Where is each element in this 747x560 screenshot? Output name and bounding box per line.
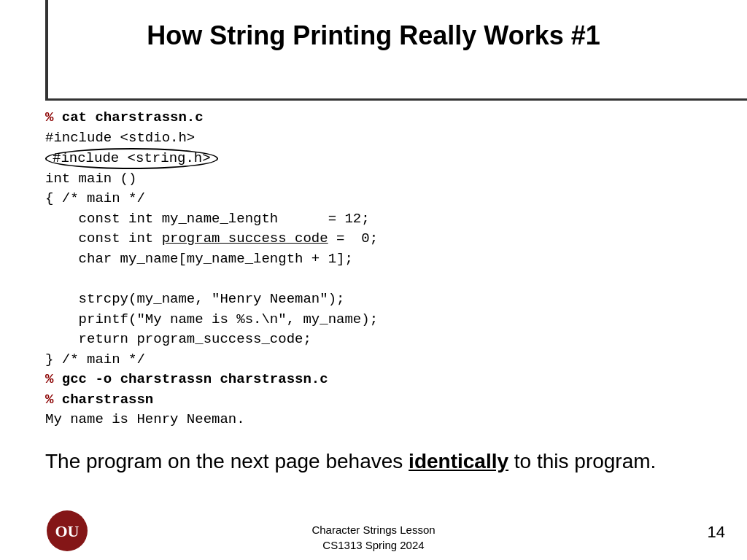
footer-lesson-line2: CS1313 Spring 2024 — [311, 537, 435, 553]
footer-page-number: 14 — [708, 523, 725, 542]
code-line-9: strcpy(my_name, "Henry Neeman"); — [45, 289, 732, 310]
code-spacer — [45, 270, 732, 290]
bottom-text-after: to this program. — [508, 450, 656, 472]
code-line-15: My name is Henry Neeman. — [45, 410, 732, 430]
prompt-3: % — [45, 392, 62, 408]
slide-title: How String Printing Really Works #1 — [0, 20, 747, 51]
slide: How String Printing Really Works #1 % ca… — [0, 0, 747, 560]
footer-lesson-line1: Character Strings Lesson — [311, 522, 435, 537]
code-line-11: return program_success_code; — [45, 330, 732, 350]
code-cmd-1: cat charstrassn.c — [62, 109, 204, 125]
bottom-text-before: The program on the next page behaves — [45, 450, 409, 472]
content-area: % cat charstrassn.c #include <stdio.h> #… — [45, 108, 732, 430]
code-line-13: % gcc -o charstrassn charstrassn.c — [45, 370, 732, 390]
code-line-8: char my_name[my_name_length + 1]; — [45, 249, 732, 270]
code-line-6: const int my_name_length = 12; — [45, 209, 732, 230]
footer-text: Character Strings Lesson CS1313 Spring 2… — [311, 522, 435, 553]
code-line-3: #include <string.h> — [45, 148, 732, 169]
top-bar — [45, 98, 747, 101]
footer: Character Strings Lesson CS1313 Spring 2… — [0, 522, 747, 553]
underline-program-success: program_success_code — [162, 230, 328, 246]
code-line-5: { /* main */ — [45, 189, 732, 209]
code-line-4: int main () — [45, 169, 732, 190]
identically-word: identically — [409, 450, 508, 472]
code-line-12: } /* main */ — [45, 350, 732, 370]
code-line-10: printf("My name is %s.\n", my_name); — [45, 310, 732, 330]
code-line-7: const int program_success_code = 0; — [45, 229, 732, 249]
bottom-text: The program on the next page behaves ide… — [45, 448, 718, 475]
include-oval: #include <string.h> — [45, 148, 218, 169]
code-cmd-3: charstrassn — [62, 392, 153, 408]
code-line-14: % charstrassn — [45, 390, 732, 411]
prompt-1: % — [45, 109, 62, 125]
prompt-2: % — [45, 371, 62, 387]
code-line-2: #include <stdio.h> — [45, 128, 732, 149]
code-line-1: % cat charstrassn.c — [45, 108, 732, 128]
code-cmd-2: gcc -o charstrassn charstrassn.c — [62, 371, 328, 387]
